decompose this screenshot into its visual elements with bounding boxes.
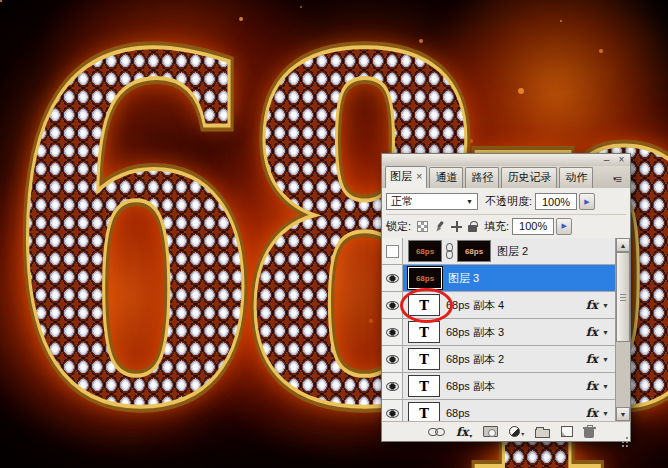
close-button[interactable]: × xyxy=(616,155,627,166)
layer-mask-icon xyxy=(483,426,498,437)
fx-badge[interactable]: fx xyxy=(586,325,598,339)
menu-lines-icon: ≡ xyxy=(616,173,621,185)
layer-row-68ps-copy-2[interactable]: T 68ps 副本 2 fx▼ xyxy=(382,346,615,373)
fx-expander-icon[interactable]: ▼ xyxy=(602,410,612,417)
layer-name[interactable]: 图层 3 xyxy=(448,271,479,286)
fx-expander-icon[interactable]: ▼ xyxy=(602,356,612,363)
chevron-down-icon: ▼ xyxy=(466,198,473,205)
chevron-down-icon: ▾ xyxy=(469,432,472,439)
new-group-button[interactable] xyxy=(535,426,550,438)
layer-name[interactable]: 68ps 副本 3 xyxy=(446,325,504,340)
layer-row-68ps-copy[interactable]: T 68ps 副本 fx▼ xyxy=(382,373,615,400)
text-layer-thumbnail[interactable]: T xyxy=(408,294,440,316)
fire-sparks xyxy=(0,0,2,2)
adjustment-layer-button[interactable]: ▾ xyxy=(509,426,524,437)
fx-badge[interactable]: fx xyxy=(586,406,598,420)
layer-thumbnail[interactable]: 68ps xyxy=(408,240,442,262)
eye-icon xyxy=(386,382,399,391)
layer-controls: 正常▼ 不透明度: 100% ▶ 锁定: 填充: 100% ▶ xyxy=(381,188,631,238)
layer-row-tu-ceng-3-selected[interactable]: 68ps 图层 3 xyxy=(382,265,615,292)
scroll-up-icon[interactable]: ▲ xyxy=(616,238,630,252)
visibility-toggle[interactable] xyxy=(382,400,403,421)
layer-name[interactable]: 图层 2 xyxy=(497,244,528,259)
visibility-toggle[interactable] xyxy=(382,238,403,264)
scrollbar-thumb[interactable] xyxy=(616,252,630,342)
half-circle-icon xyxy=(509,426,520,437)
text-layer-thumbnail[interactable]: T xyxy=(408,402,440,421)
fill-field[interactable]: 100% xyxy=(512,218,554,235)
layers-bottom-toolbar: fx▾ ▾ xyxy=(381,421,631,442)
visibility-toggle[interactable] xyxy=(382,373,403,399)
opacity-spinner[interactable]: ▶ xyxy=(579,193,595,210)
eye-icon xyxy=(386,328,399,337)
fill-spinner[interactable]: ▶ xyxy=(556,218,572,235)
layer-name[interactable]: 68ps 副本 xyxy=(446,379,495,394)
delete-layer-button[interactable] xyxy=(584,425,594,438)
panel-tabbar: 图层× 通道 路径 历史记录 动作 ▾≡ xyxy=(381,166,631,188)
blend-mode-select[interactable]: 正常▼ xyxy=(386,193,478,210)
resize-grip[interactable] xyxy=(626,437,628,439)
scroll-down-icon[interactable]: ▼ xyxy=(616,407,630,421)
opacity-label: 不透明度: xyxy=(485,194,532,209)
visibility-toggle[interactable] xyxy=(382,265,403,291)
eye-icon xyxy=(386,274,399,283)
tab-layers-label: 图层 xyxy=(390,170,412,182)
minimize-button[interactable]: – xyxy=(601,155,612,166)
fx-badge[interactable]: fx xyxy=(586,298,598,312)
opacity-field[interactable]: 100% xyxy=(535,193,577,210)
eye-icon xyxy=(386,409,399,418)
layer-row-68ps-copy-3[interactable]: T 68ps 副本 3 fx▼ xyxy=(382,319,615,346)
scrollbar[interactable]: ▲ ▼ xyxy=(615,238,630,421)
lock-transparency-icon[interactable] xyxy=(417,221,428,232)
mask-link-chain-icon[interactable] xyxy=(445,243,454,259)
fx-badge[interactable]: fx xyxy=(586,352,598,366)
fx-icon: fx xyxy=(456,425,468,439)
tab-channels[interactable]: 通道 xyxy=(429,167,463,188)
layer-name[interactable]: 68ps 副本 4 xyxy=(446,298,504,313)
layer-row-tu-ceng-2[interactable]: 68ps 68ps 图层 2 xyxy=(382,238,615,265)
lock-position-move-icon[interactable] xyxy=(451,221,462,232)
fill-label: 填充: xyxy=(484,219,509,234)
tab-layers[interactable]: 图层× xyxy=(385,166,427,188)
lock-all-icon[interactable] xyxy=(468,225,477,232)
text-layer-thumbnail[interactable]: T xyxy=(408,375,440,397)
layer-row-68ps-copy-4[interactable]: T 68ps 副本 4 fx▼ xyxy=(382,292,615,319)
lock-pixels-brush-icon[interactable] xyxy=(434,221,445,232)
text-layer-thumbnail[interactable]: T xyxy=(408,321,440,343)
visibility-toggle[interactable] xyxy=(382,292,403,318)
layer-style-button[interactable]: fx▾ xyxy=(456,425,472,439)
panel-titlebar[interactable]: – × xyxy=(381,153,631,166)
tab-actions[interactable]: 动作 xyxy=(559,167,593,188)
blend-mode-value: 正常 xyxy=(391,194,413,209)
new-layer-button[interactable] xyxy=(561,426,573,437)
layers-list: 68ps 68ps 图层 2 68ps 图层 3 T 68ps 副本 4 fx▼ xyxy=(381,238,631,421)
layer-name[interactable]: 68ps 副本 2 xyxy=(446,352,504,367)
visibility-toggle[interactable] xyxy=(382,346,403,372)
link-layers-button[interactable] xyxy=(428,427,445,436)
eye-icon xyxy=(386,301,399,310)
layer-thumbnail[interactable]: 68ps xyxy=(408,267,442,289)
text-layer-thumbnail[interactable]: T xyxy=(408,348,440,370)
link-icon xyxy=(428,427,445,436)
fx-badge[interactable]: fx xyxy=(586,379,598,393)
tab-close-icon[interactable]: × xyxy=(416,170,422,182)
chevron-down-icon: ▾ xyxy=(521,430,524,437)
visibility-empty-box xyxy=(386,245,399,258)
fx-expander-icon[interactable]: ▼ xyxy=(602,329,612,336)
eye-icon xyxy=(386,355,399,364)
layer-row-68ps[interactable]: T 68ps fx▼ xyxy=(382,400,615,421)
layers-panel: – × 图层× 通道 路径 历史记录 动作 ▾≡ 正常▼ 不透明度: 100% … xyxy=(381,153,631,442)
layer-mask-thumbnail[interactable]: 68ps xyxy=(457,240,491,262)
add-layer-mask-button[interactable] xyxy=(483,426,498,437)
visibility-toggle[interactable] xyxy=(382,319,403,345)
panel-menu-icon[interactable]: ▾≡ xyxy=(606,173,628,188)
fx-expander-icon[interactable]: ▼ xyxy=(602,302,612,309)
tab-history[interactable]: 历史记录 xyxy=(501,167,557,188)
folder-icon xyxy=(535,429,550,438)
new-layer-icon xyxy=(561,426,573,437)
scrollbar-grip xyxy=(620,294,626,301)
layer-name[interactable]: 68ps xyxy=(446,407,470,419)
tab-paths[interactable]: 路径 xyxy=(465,167,499,188)
fx-expander-icon[interactable]: ▼ xyxy=(602,383,612,390)
lock-label: 锁定: xyxy=(386,219,411,234)
